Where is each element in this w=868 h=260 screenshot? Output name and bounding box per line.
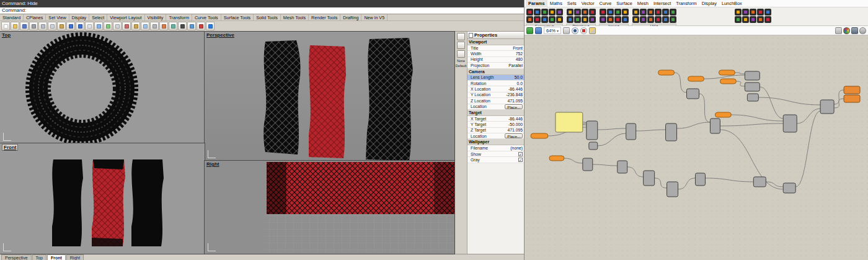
rhino-menu-solid-tools[interactable]: Solid Tools bbox=[254, 14, 281, 21]
camera-icon[interactable] bbox=[851, 27, 858, 34]
undo-icon[interactable] bbox=[66, 22, 75, 30]
component-icon[interactable] bbox=[607, 16, 614, 23]
gh-node-slider[interactable] bbox=[715, 112, 731, 117]
rotate-view-icon[interactable] bbox=[104, 22, 112, 30]
eye-icon[interactable] bbox=[572, 27, 578, 34]
rhino-menu-drafting[interactable]: Drafting bbox=[340, 14, 361, 21]
rhino-menu-visibility[interactable]: Visibility bbox=[145, 14, 167, 21]
component-icon[interactable] bbox=[655, 16, 662, 23]
gh-node-output[interactable] bbox=[844, 86, 860, 94]
component-icon[interactable] bbox=[764, 9, 771, 16]
place-button[interactable]: Place... bbox=[505, 104, 523, 109]
component-icon[interactable] bbox=[742, 16, 749, 23]
viewport-tab-right[interactable]: Right bbox=[66, 254, 84, 260]
gh-node-slider[interactable] bbox=[719, 70, 735, 75]
rhino-menu-viewport-layout[interactable]: Viewport Layout bbox=[107, 14, 144, 21]
property-value[interactable]: -236.848 bbox=[506, 92, 523, 97]
component-icon[interactable] bbox=[647, 16, 654, 23]
component-icon[interactable] bbox=[614, 9, 621, 16]
rhino-menu-curve-tools[interactable]: Curve Tools bbox=[192, 14, 221, 21]
settings-icon[interactable] bbox=[859, 27, 866, 34]
property-value[interactable]: 471.095 bbox=[507, 128, 523, 132]
component-icon[interactable] bbox=[600, 16, 606, 23]
gh-menu-intersect[interactable]: Intersect bbox=[651, 0, 673, 7]
component-icon[interactable] bbox=[582, 9, 588, 16]
component-icon[interactable] bbox=[750, 9, 756, 16]
component-icon[interactable] bbox=[589, 9, 596, 16]
viewport-front-label[interactable]: Front bbox=[2, 144, 18, 151]
viewport-perspective[interactable]: Perspective bbox=[205, 32, 454, 161]
component-icon[interactable] bbox=[742, 9, 749, 16]
gh-node-slider[interactable] bbox=[720, 79, 736, 84]
component-icon[interactable] bbox=[574, 16, 581, 23]
mirror-icon[interactable] bbox=[141, 22, 149, 30]
open-file-icon[interactable] bbox=[535, 27, 542, 34]
gh-menu-lunchbox[interactable]: LunchBox bbox=[719, 0, 745, 7]
component-icon[interactable] bbox=[622, 9, 629, 16]
component-icon[interactable] bbox=[549, 16, 556, 23]
component-icon[interactable] bbox=[567, 9, 574, 16]
component-icon[interactable] bbox=[567, 16, 574, 23]
help-icon[interactable] bbox=[206, 22, 215, 30]
zoom-extents-icon[interactable] bbox=[94, 22, 103, 30]
component-icon[interactable] bbox=[541, 16, 548, 23]
gh-node-slider[interactable] bbox=[549, 156, 564, 161]
component-icon[interactable] bbox=[670, 9, 676, 16]
layers-icon[interactable] bbox=[457, 42, 465, 49]
gh-node-component[interactable] bbox=[644, 171, 655, 186]
checkbox-checked[interactable]: ✓ bbox=[518, 152, 523, 156]
gh-node-component[interactable] bbox=[783, 183, 795, 193]
component-icon[interactable] bbox=[526, 9, 533, 16]
component-icon[interactable] bbox=[589, 16, 596, 23]
join-icon[interactable] bbox=[150, 22, 159, 30]
viewport-right[interactable]: Right bbox=[205, 161, 454, 254]
component-icon[interactable] bbox=[600, 9, 606, 16]
viewport-tab-front[interactable]: Front bbox=[47, 254, 66, 260]
viewport-front[interactable]: Front bbox=[0, 143, 205, 254]
component-icon[interactable] bbox=[662, 9, 669, 16]
gh-menu-display[interactable]: Display bbox=[699, 0, 719, 7]
property-value[interactable]: 752 bbox=[516, 52, 523, 56]
checkbox-checked[interactable]: ✓ bbox=[518, 158, 523, 162]
gh-node-component[interactable] bbox=[626, 123, 636, 140]
gh-node-component[interactable] bbox=[618, 161, 627, 173]
fillet-icon[interactable] bbox=[169, 22, 177, 30]
component-icon[interactable] bbox=[655, 9, 662, 16]
gh-node-component[interactable] bbox=[747, 94, 758, 101]
gh-node-component[interactable] bbox=[667, 182, 678, 197]
property-value[interactable]: Parallel bbox=[508, 63, 523, 68]
component-icon[interactable] bbox=[549, 9, 556, 16]
viewport-tab-perspective[interactable]: Perspective bbox=[1, 254, 32, 260]
property-value[interactable]: -50.000 bbox=[508, 122, 523, 127]
gh-node-component[interactable] bbox=[583, 158, 593, 171]
gh-node-slider[interactable] bbox=[531, 133, 548, 138]
gh-node-component[interactable] bbox=[745, 83, 760, 91]
component-icon[interactable] bbox=[582, 16, 588, 23]
zoom-extents-icon[interactable] bbox=[563, 27, 570, 34]
component-icon[interactable] bbox=[607, 9, 614, 16]
rhino-menu-surface-tools[interactable]: Surface Tools bbox=[221, 14, 254, 21]
component-icon[interactable] bbox=[735, 9, 742, 16]
component-icon[interactable] bbox=[574, 9, 581, 16]
page-icon[interactable] bbox=[457, 33, 465, 40]
save-icon[interactable] bbox=[526, 27, 533, 34]
component-icon[interactable] bbox=[640, 16, 647, 23]
property-value[interactable]: -86.446 bbox=[508, 117, 523, 121]
gh-menu-sets[interactable]: Sets bbox=[565, 0, 579, 7]
rhino-menu-select[interactable]: Select bbox=[89, 14, 107, 21]
component-icon[interactable] bbox=[614, 16, 621, 23]
gh-node-component[interactable] bbox=[753, 177, 766, 187]
gh-node-component[interactable] bbox=[696, 173, 706, 186]
viewport-top-label[interactable]: Top bbox=[2, 32, 11, 38]
copy-icon[interactable] bbox=[48, 22, 56, 30]
open-file-icon[interactable] bbox=[11, 22, 19, 30]
gh-node-slider[interactable] bbox=[688, 76, 704, 81]
property-value[interactable]: 480 bbox=[516, 57, 523, 61]
rhino-menu-set-view[interactable]: Set View bbox=[46, 14, 69, 21]
cut-icon[interactable] bbox=[38, 22, 47, 30]
gh-node-component[interactable] bbox=[687, 89, 699, 99]
gh-node-component[interactable] bbox=[745, 71, 760, 80]
component-icon[interactable] bbox=[556, 16, 563, 23]
gh-node-component[interactable] bbox=[820, 100, 834, 114]
component-icon[interactable] bbox=[735, 16, 742, 23]
